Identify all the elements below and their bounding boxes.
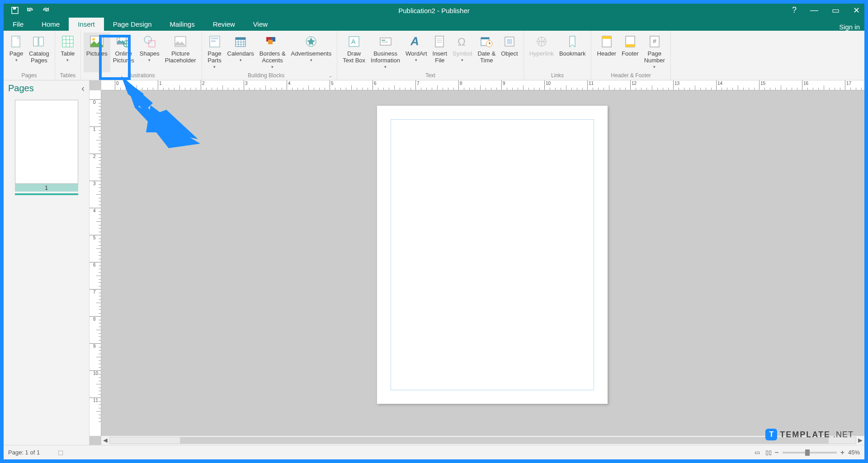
wordart-icon: A [409, 34, 424, 49]
watermark-suffix: .NET [833, 430, 854, 440]
scroll-left-icon[interactable]: ◄ [101, 436, 109, 444]
annotation-arrow-icon [121, 76, 203, 166]
wordart-button[interactable]: AWordArt▾ [403, 33, 429, 72]
svg-rect-3 [33, 37, 38, 46]
tab-home[interactable]: Home [33, 18, 69, 31]
footer-button[interactable]: Footer [619, 33, 642, 72]
svg-rect-16 [211, 40, 216, 42]
svg-rect-32 [481, 37, 489, 39]
svg-text:A: A [410, 35, 419, 48]
svg-rect-1 [13, 7, 16, 9]
document-page[interactable] [377, 106, 608, 404]
page-indicator[interactable]: Page: 1 of 1 [8, 449, 40, 456]
zoom-level[interactable]: 45% [848, 449, 860, 456]
footer-icon [623, 34, 637, 49]
header-button[interactable]: Header [594, 33, 619, 72]
page-thumbnail[interactable]: 1 [15, 100, 78, 195]
online-pictures-button[interactable]: Online Pictures [110, 33, 137, 72]
zoom-in-button[interactable]: + [840, 449, 844, 457]
hyperlink-button[interactable]: Hyperlink [527, 33, 557, 72]
thumbnail-number: 1 [15, 184, 78, 192]
view-two-page-icon[interactable]: ▯▯ [763, 449, 774, 456]
header-icon [599, 34, 614, 49]
svg-point-7 [92, 38, 95, 41]
redo-icon[interactable] [41, 5, 51, 15]
page-button[interactable]: Page▾ [6, 33, 26, 72]
pictures-icon [90, 34, 104, 49]
svg-rect-35 [507, 39, 512, 44]
scroll-thumb[interactable] [180, 437, 829, 444]
pictures-button[interactable]: Pictures [84, 33, 110, 72]
horizontal-scrollbar[interactable]: ◄ ► [101, 436, 864, 445]
catalog-icon [32, 34, 46, 49]
page-number-button[interactable]: #Page Number▾ [642, 33, 668, 72]
calendar-icon [233, 34, 248, 49]
object-icon [502, 34, 517, 49]
tab-insert[interactable]: Insert [69, 18, 104, 31]
advertisements-button[interactable]: Advertisements▾ [288, 33, 335, 72]
canvas[interactable] [101, 90, 864, 436]
watermark-brand: TEMPLATE [780, 430, 830, 440]
online-pictures-icon [116, 34, 131, 49]
pages-collapse-button[interactable]: ‹ [81, 83, 85, 94]
sign-in-link[interactable]: Sign in [839, 23, 864, 31]
view-single-icon[interactable]: ▭ [752, 449, 763, 456]
symbol-button[interactable]: ΩSymbol▾ [450, 33, 475, 72]
zoom-slider[interactable] [783, 452, 837, 454]
page-parts-button[interactable]: Page Parts▾ [205, 33, 225, 72]
table-button[interactable]: Table▾ [58, 33, 78, 72]
draw-text-box-button[interactable]: ADraw Text Box [340, 33, 368, 72]
help-icon[interactable]: ? [792, 5, 797, 15]
horizontal-ruler: 01234567891011121314151617 [101, 80, 864, 90]
group-building-blocks: Building Blocks [205, 72, 328, 80]
maximize-icon[interactable]: ▭ [832, 5, 840, 15]
group-text: Text [340, 72, 521, 80]
ads-icon [304, 34, 318, 49]
svg-rect-21 [268, 40, 273, 44]
scroll-right-icon[interactable]: ► [856, 436, 864, 444]
pages-panel: Pages ‹ 1 [4, 80, 90, 445]
business-info-button[interactable]: Business Information▾ [368, 33, 403, 72]
placeholder-icon [173, 34, 188, 49]
catalog-pages-button[interactable]: Catalog Pages [26, 33, 52, 72]
borders-accents-button[interactable]: Borders & Accents▾ [257, 33, 288, 72]
page-margin-guide [391, 119, 594, 390]
shapes-button[interactable]: Shapes▾ [137, 33, 162, 72]
svg-text:#: # [653, 37, 656, 45]
group-header-footer: Header & Footer [594, 72, 667, 80]
minimize-icon[interactable]: — [810, 5, 818, 15]
tab-page-design[interactable]: Page Design [104, 18, 161, 31]
svg-rect-4 [39, 37, 43, 46]
tab-view[interactable]: View [244, 18, 277, 31]
close-icon[interactable]: ✕ [853, 5, 860, 15]
hyperlink-icon [534, 34, 549, 49]
bookmark-button[interactable]: Bookmark [557, 33, 589, 72]
ribbon: Page▾ Catalog Pages Pages Table▾ Tables … [4, 31, 864, 80]
pages-panel-title: Pages [8, 83, 34, 94]
blocks-dialog-launcher[interactable]: ⌐ [328, 74, 334, 80]
page-number-icon: # [647, 34, 662, 49]
canvas-area: 01234567891011121314151617 0123456789101… [90, 80, 864, 445]
vertical-ruler: 01234567891011 [90, 90, 101, 436]
save-icon[interactable] [10, 5, 20, 15]
date-time-button[interactable]: Date & Time [475, 33, 498, 72]
svg-rect-38 [602, 36, 611, 39]
text-box-icon: A [347, 34, 361, 49]
insert-file-button[interactable]: Insert File [430, 33, 450, 72]
object-button[interactable]: Object [498, 33, 521, 72]
window-title: Publication2 - Publisher [398, 7, 470, 14]
page-icon [9, 34, 24, 49]
undo-icon[interactable] [25, 5, 35, 15]
svg-rect-5 [62, 36, 73, 47]
svg-rect-27 [382, 42, 388, 42]
datetime-icon [479, 34, 494, 49]
group-links: Links [527, 72, 589, 80]
picture-placeholder-button[interactable]: Picture Placeholder [162, 33, 199, 72]
tab-mailings[interactable]: Mailings [161, 18, 204, 31]
shapes-icon [142, 34, 157, 49]
tab-review[interactable]: Review [204, 18, 244, 31]
svg-rect-12 [149, 41, 155, 47]
calendars-button[interactable]: Calendars▾ [225, 33, 257, 72]
zoom-out-button[interactable]: − [774, 449, 778, 457]
tab-file[interactable]: File [4, 18, 33, 31]
